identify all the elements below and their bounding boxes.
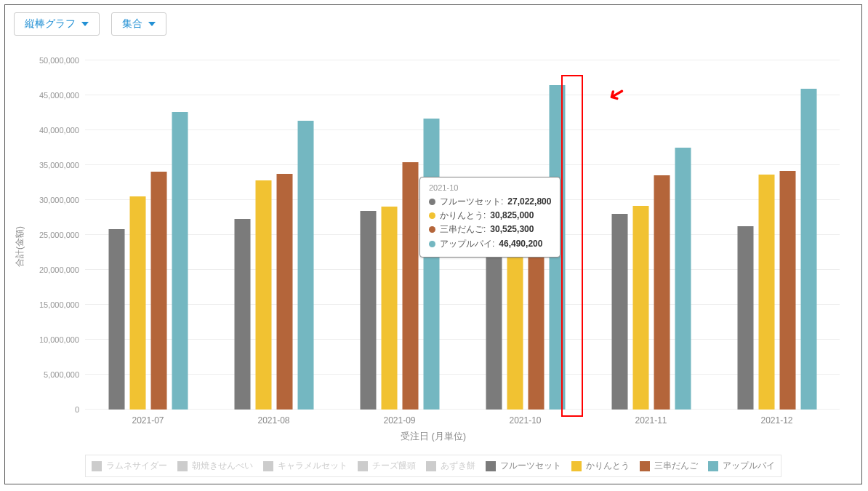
bar[interactable]: [800, 89, 816, 410]
legend-item[interactable]: キャラメルセット: [263, 460, 347, 472]
legend-item[interactable]: 朝焼きせんべい: [177, 460, 253, 472]
bar[interactable]: [507, 194, 523, 410]
legend-item[interactable]: ラムネサイダー: [92, 460, 167, 472]
bar-groups: 2021-072021-082021-092021-102021-112021-…: [85, 60, 840, 410]
y-tick: 35,000,000: [39, 161, 79, 169]
legend-item[interactable]: あずき餅: [426, 460, 475, 472]
chart-area: 合計(金額) 05,000,00010,000,00015,000,00020,…: [5, 43, 861, 450]
legend-label: あずき餅: [441, 460, 475, 472]
bar[interactable]: [779, 171, 795, 410]
bar-group[interactable]: 2021-07: [85, 60, 211, 410]
bar[interactable]: [758, 175, 774, 410]
legend-swatch: [571, 461, 582, 471]
bar[interactable]: [675, 148, 691, 410]
y-tick: 25,000,000: [39, 231, 79, 239]
bar[interactable]: [611, 214, 627, 410]
x-tick: 2021-12: [760, 415, 792, 426]
y-tick: 10,000,000: [39, 335, 79, 344]
bar[interactable]: [234, 219, 250, 410]
x-tick: 2021-09: [383, 415, 415, 426]
y-tick: 45,000,000: [39, 91, 79, 100]
bar[interactable]: [360, 211, 376, 410]
legend-label: フルーツセット: [500, 460, 561, 472]
bar-group[interactable]: 2021-10: [462, 60, 588, 410]
legend-box: ラムネサイダー朝焼きせんべいキャラメルセットチーズ饅頭あずき餅フルーツセットかり…: [85, 455, 781, 477]
bar[interactable]: [486, 221, 502, 410]
bar[interactable]: [381, 207, 397, 410]
legend-swatch: [486, 461, 496, 471]
legend-label: チーズ饅頭: [372, 460, 416, 472]
plot-area[interactable]: 2021-072021-082021-092021-102021-112021-…: [85, 60, 840, 410]
y-tick: 20,000,000: [39, 266, 79, 274]
bar[interactable]: [276, 174, 292, 410]
legend-item[interactable]: フルーツセット: [486, 460, 561, 472]
x-axis-title: 受注日 (月単位): [401, 430, 466, 443]
bar[interactable]: [108, 229, 124, 410]
legend-swatch: [358, 461, 368, 471]
legend-label: 朝焼きせんべい: [192, 460, 253, 472]
bar[interactable]: [654, 175, 670, 410]
legend: ラムネサイダー朝焼きせんべいキャラメルセットチーズ饅頭あずき餅フルーツセットかり…: [5, 450, 861, 484]
legend-swatch: [426, 461, 436, 471]
legend-swatch: [92, 461, 102, 471]
y-tick: 40,000,000: [39, 126, 79, 135]
bar[interactable]: [129, 196, 145, 410]
bar-group[interactable]: 2021-12: [714, 60, 840, 410]
bar-group[interactable]: 2021-09: [337, 60, 462, 410]
bar[interactable]: [297, 121, 313, 410]
x-tick: 2021-08: [257, 415, 289, 426]
bar[interactable]: [528, 196, 544, 410]
legend-item[interactable]: かりんとう: [571, 460, 630, 472]
chart-type-select[interactable]: 縦棒グラフ: [14, 12, 100, 36]
legend-item[interactable]: チーズ饅頭: [358, 460, 416, 472]
chevron-down-icon: [148, 22, 156, 26]
x-tick: 2021-10: [509, 415, 541, 426]
legend-swatch: [177, 461, 188, 471]
legend-swatch: [708, 461, 718, 471]
grouping-label: 集合: [122, 17, 142, 31]
y-tick: 15,000,000: [39, 300, 79, 309]
toolbar: 縦棒グラフ 集合: [5, 5, 861, 43]
bar-group[interactable]: 2021-11: [588, 60, 714, 410]
x-tick: 2021-11: [635, 415, 667, 426]
y-axis-ticks: 05,000,00010,000,00015,000,00020,000,000…: [5, 60, 85, 410]
chevron-down-icon: [81, 22, 89, 26]
bar-group[interactable]: 2021-08: [211, 60, 337, 410]
legend-label: 三串だんご: [654, 460, 698, 472]
chart-frame: 縦棒グラフ 集合 合計(金額) 05,000,00010,000,00015,0…: [4, 4, 862, 484]
chart-type-label: 縦棒グラフ: [25, 17, 76, 31]
legend-item[interactable]: アップルパイ: [708, 460, 775, 472]
legend-item[interactable]: 三串だんご: [640, 460, 698, 472]
bar[interactable]: [549, 85, 565, 410]
bar[interactable]: [632, 206, 648, 410]
legend-label: ラムネサイダー: [106, 460, 167, 472]
legend-swatch: [640, 461, 650, 471]
bar[interactable]: [150, 172, 166, 410]
legend-label: かりんとう: [586, 460, 630, 472]
bar[interactable]: [255, 180, 271, 410]
grouping-select[interactable]: 集合: [111, 12, 166, 36]
legend-swatch: [263, 461, 273, 471]
bar[interactable]: [423, 119, 439, 410]
bar[interactable]: [172, 112, 188, 410]
bar[interactable]: [402, 162, 418, 410]
y-tick: 5,000,000: [44, 370, 79, 379]
legend-label: キャラメルセット: [278, 460, 347, 472]
y-tick: 30,000,000: [39, 196, 79, 204]
legend-label: アップルパイ: [723, 460, 775, 472]
y-tick: 0: [75, 405, 79, 414]
x-tick: 2021-07: [132, 415, 164, 426]
y-tick: 50,000,000: [39, 56, 79, 65]
bar[interactable]: [737, 226, 753, 410]
